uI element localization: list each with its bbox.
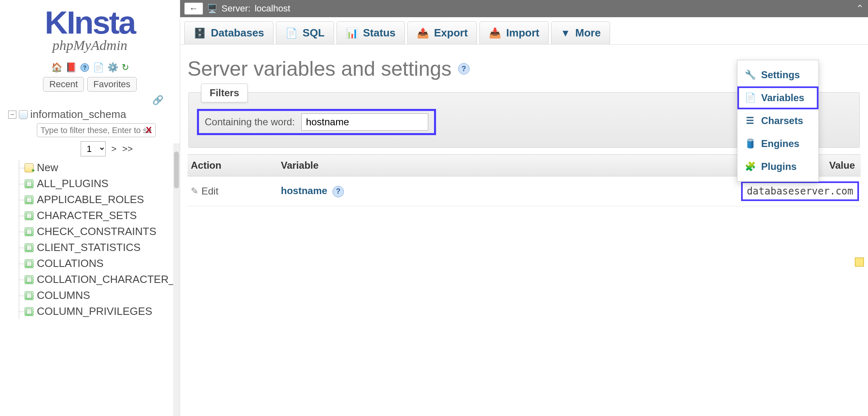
small-toolbar: 🏠 📕 ? 📄 ⚙️ ↻ [0,62,180,73]
col-action: Action [188,155,278,176]
engines-icon: 🛢️ [745,138,755,149]
dropdown-settings[interactable]: 🔧 Settings [737,63,818,86]
favorites-tab[interactable]: Favorites [87,77,136,92]
containing-word-input[interactable] [301,113,428,131]
variable-help-icon[interactable]: ? [332,186,344,197]
tab-label: Export [434,27,468,39]
export-tab-icon: 📤 [417,27,429,39]
main-panel: ← 🖥️ Server: localhost ⌃ 🗄️ Databases 📄 … [180,0,868,416]
filters-legend: Filters [201,84,248,102]
containing-word-label: Containing the word: [205,116,295,128]
db-tree-root[interactable]: − information_schema [8,108,176,121]
table-pager: 1 > >> [37,141,176,156]
table-item[interactable]: COLLATIONS [25,255,176,271]
help-icon[interactable]: ? [458,63,470,75]
sidebar-scrollbar-thumb[interactable] [174,151,179,188]
db-tree: − information_schema X 1 > >> New ALL_PL… [0,108,180,319]
col-variable: Variable [278,155,490,176]
table-item-label: ALL_PLUGINS [37,177,108,190]
new-table-item[interactable]: New [25,160,176,176]
table-item[interactable]: APPLICABLE_ROLES [25,192,176,208]
logo-kinsta: KInsta [8,8,172,37]
tab-sql[interactable]: 📄 SQL [276,21,334,44]
tab-databases[interactable]: 🗄️ Databases [184,21,274,44]
table-icon [25,179,34,188]
dropdown-item-label: Plugins [761,161,797,172]
table-item-label: COLUMNS [37,289,90,302]
table-item[interactable]: ALL_PLUGINS [25,176,176,192]
dropdown-plugins[interactable]: 🧩 Plugins [737,155,818,178]
containing-word-row: Containing the word: [197,109,436,135]
table-item-label: COLUMN_PRIVILEGES [37,305,152,318]
link-icon[interactable]: 🔗 [0,95,180,106]
table-icon [25,307,34,316]
logo-phpmyadmin: phpMyAdmin [8,38,172,53]
table-filter-input[interactable] [37,123,156,137]
plugins-icon: 🧩 [745,161,755,172]
table-item[interactable]: CHECK_CONSTRAINTS [25,224,176,240]
tab-import[interactable]: 📥 Import [479,21,549,44]
table-item[interactable]: CLIENT_STATISTICS [25,240,176,255]
table-item[interactable]: CHARACTER_SETS [25,208,176,224]
collapse-toggle-icon[interactable]: − [8,111,16,119]
sql-tab-icon: 📄 [285,27,298,39]
back-button[interactable]: ← [184,2,203,15]
tab-bar: 🗄️ Databases 📄 SQL 📊 Status 📤 Export 📥 I… [180,17,868,45]
table-item[interactable]: COLUMNS [25,287,176,303]
variable-value: databaseserver.com [743,183,857,199]
dropdown-item-label: Settings [761,69,800,81]
dropdown-variables[interactable]: 📄 Variables [737,86,818,109]
import-tab-icon: 📥 [489,27,501,39]
logout-icon[interactable]: 📕 [66,62,77,73]
table-icon [25,227,34,236]
database-tab-icon: 🗄️ [194,27,206,39]
bookmark-icon[interactable] [855,258,864,267]
page-select[interactable]: 1 [81,141,106,156]
database-name[interactable]: information_schema [30,108,126,121]
sidebar: KInsta phpMyAdmin 🏠 📕 ? 📄 ⚙️ ↻ Recent Fa… [0,0,180,416]
table-icon [25,291,34,300]
table-item-label: COLLATIONS [37,257,104,270]
edit-label: Edit [201,185,218,197]
tab-status[interactable]: 📊 Status [337,21,405,44]
breadcrumb-server[interactable]: localhost [255,3,290,14]
variable-name[interactable]: hostname [281,185,327,196]
table-icon [25,259,34,268]
reload-icon[interactable]: ↻ [122,62,129,73]
table-item[interactable]: COLLATION_CHARACTER_ [25,271,176,287]
svg-text:?: ? [83,64,86,71]
charsets-icon: ☰ [745,115,755,126]
dropdown-charsets[interactable]: ☰ Charsets [737,109,818,132]
logo-area: KInsta phpMyAdmin [0,8,180,57]
table-item-label: APPLICABLE_ROLES [37,193,144,206]
clear-filter-icon[interactable]: X [146,125,152,136]
edit-action[interactable]: ✎ Edit [191,185,274,197]
table-item-label: CHARACTER_SETS [37,209,137,222]
table-icon [25,195,34,204]
tab-label: SQL [303,27,324,39]
settings-gear-icon[interactable]: ⚙️ [107,62,118,73]
new-table-icon [25,163,34,172]
sql-query-icon[interactable]: 📄 [93,62,104,73]
docs-icon[interactable]: ? [80,63,90,72]
collapse-top-icon[interactable]: ⌃ [856,3,864,14]
table-list: New ALL_PLUGINS APPLICABLE_ROLES CHARACT… [25,160,176,319]
new-table-label: New [37,161,58,174]
home-icon[interactable]: 🏠 [51,62,62,73]
status-tab-icon: 📊 [346,27,358,39]
nav-tabs: Recent Favorites [0,77,180,92]
table-icon [25,211,34,220]
tab-label: Import [506,27,539,39]
sidebar-scrollbar[interactable] [173,143,180,416]
pager-last[interactable]: >> [122,144,133,154]
tab-export[interactable]: 📤 Export [407,21,477,44]
dropdown-engines[interactable]: 🛢️ Engines [737,132,818,155]
tab-more[interactable]: ▼ More [551,21,610,44]
table-item-label: CHECK_CONSTRAINTS [37,225,156,238]
table-item[interactable]: COLUMN_PRIVILEGES [25,303,176,319]
tab-label: Status [363,27,396,39]
pager-next[interactable]: > [111,144,117,154]
recent-tab[interactable]: Recent [43,77,84,92]
wrench-icon: 🔧 [745,70,755,80]
pencil-icon: ✎ [191,186,198,197]
